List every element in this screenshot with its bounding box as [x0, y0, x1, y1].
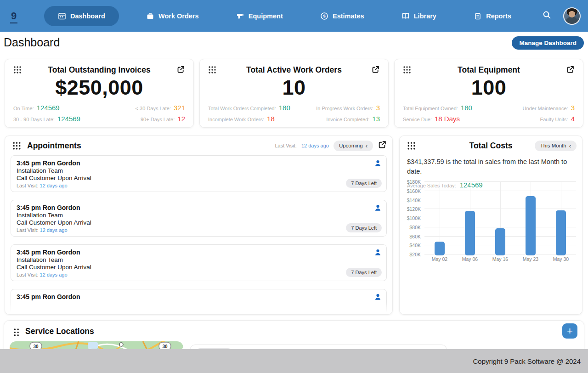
total-costs-panel: Total Costs This Month‹ $341,337.59 is t…: [399, 136, 582, 315]
last-visit-label: Last Visit:: [275, 143, 297, 148]
briefcase-icon: [146, 12, 154, 20]
stat-value: 18 Days: [435, 115, 460, 123]
appointments-title: Appointments: [27, 141, 81, 151]
card-title: Total Active Work Orders: [208, 65, 380, 75]
tab-equipment[interactable]: Equipment: [226, 6, 293, 26]
card-title: Total Equipment: [403, 65, 575, 75]
tab-work-orders[interactable]: Work Orders: [136, 6, 209, 26]
card-value: 100: [403, 76, 575, 99]
y-tick-label: $80K: [409, 225, 421, 230]
external-link-icon[interactable]: [566, 65, 575, 76]
bar-may-02: [435, 242, 445, 255]
page-title: Dashboard: [4, 36, 60, 49]
stat-label: 30 - 90 Days Late:: [13, 117, 55, 122]
stat-label: Under Maintenance:: [523, 106, 568, 111]
y-tick-label: $160K: [407, 188, 421, 194]
bar-may-06: [465, 211, 475, 255]
total-costs-bar-chart: $20K$40K$60K$80K$100K$120K$140K$160K$180…: [403, 182, 578, 267]
drag-handle-icon[interactable]: [403, 66, 411, 76]
stat-value: 180: [279, 104, 290, 112]
appointment-item[interactable]: 3:45 pm Ron Gordon Installation Team Cal…: [11, 200, 387, 237]
person-icon[interactable]: [374, 293, 382, 303]
search-icon[interactable]: [543, 11, 551, 21]
chevron-left-icon: ‹: [366, 143, 368, 149]
tab-reports[interactable]: Reports: [464, 6, 521, 26]
appointment-team: Installation Team: [17, 167, 381, 174]
copyright-text: Copyright 9 Pack Software @ 2024: [473, 357, 581, 365]
x-tick-label: May 02: [424, 256, 455, 262]
total-costs-description: $341,337.59 is the total in sales from t…: [400, 155, 582, 176]
chevron-left-icon: ‹: [569, 143, 571, 149]
stat-label: < 30 Days Late:: [136, 106, 171, 111]
appointment-note: Call Customer Upon Arrival: [17, 175, 381, 181]
calendar-icon: [58, 12, 66, 20]
external-link-icon[interactable]: [176, 65, 185, 76]
stat-value: 3: [376, 104, 380, 112]
nav-tabs: Dashboard Work Orders Equipment $ Estima…: [44, 6, 543, 26]
stat-label: Total Work Orders Completed:: [208, 106, 276, 111]
stat-value: 4: [571, 115, 575, 123]
external-link-icon[interactable]: [378, 140, 387, 151]
dollar-circle-icon: $: [320, 12, 328, 20]
bar-may-23: [526, 196, 536, 255]
appointment-time-customer: 3:45 pm Ron Gordon: [17, 159, 381, 167]
y-tick-label: $60K: [409, 234, 421, 239]
last-visit-label: Last Visit:: [17, 227, 39, 233]
drag-handle-icon[interactable]: [12, 141, 21, 152]
y-tick-label: $40K: [409, 243, 421, 248]
open-book-icon: [401, 12, 410, 20]
user-avatar[interactable]: [563, 7, 581, 25]
svg-text:30: 30: [162, 344, 168, 349]
last-visit-value[interactable]: 12 days ago: [40, 183, 68, 188]
stat-value: 124569: [37, 104, 60, 112]
stat-label: 90+ Days Late:: [141, 117, 175, 122]
this-month-filter[interactable]: This Month‹: [535, 141, 577, 151]
stat-cards-row: Total Outstanding Invoices $250,000 On T…: [5, 59, 583, 128]
tab-estimates[interactable]: $ Estimates: [310, 6, 374, 26]
tab-library[interactable]: Library: [391, 6, 447, 26]
stat-label: Service Due:: [403, 117, 432, 122]
appointment-note: Call Customer Upon Arrival: [17, 219, 381, 226]
top-nav: 9 Dashboard Work Orders Equipment $ Esti…: [0, 0, 588, 32]
stat-value: 12: [177, 115, 185, 123]
drag-handle-icon[interactable]: [13, 66, 22, 76]
stat-label: On Time:: [13, 106, 34, 111]
appointment-item[interactable]: 3:45 pm Ron Gordon: [11, 289, 387, 315]
appointment-item[interactable]: 3:45 pm Ron Gordon Installation Team Cal…: [11, 155, 387, 192]
days-left-badge: 7 Days Left: [346, 268, 382, 277]
manage-dashboard-button[interactable]: Manage Dashboard: [512, 36, 584, 50]
person-icon[interactable]: [374, 159, 382, 169]
last-visit-value[interactable]: 12 days ago: [40, 227, 68, 233]
appointment-team: Installation Team: [17, 256, 381, 263]
person-icon[interactable]: [374, 204, 382, 214]
stat-value: 13: [372, 115, 380, 123]
chart-column: [485, 182, 515, 254]
card-total-equipment: Total Equipment 100 Total Equipment Owne…: [394, 59, 583, 128]
drag-handle-icon[interactable]: [13, 328, 20, 339]
last-visit-value[interactable]: 12 days ago: [301, 143, 329, 148]
add-location-button[interactable]: +: [562, 323, 577, 339]
stat-label: Total Equipment Owned:: [403, 106, 458, 111]
stat-value: 180: [461, 104, 472, 112]
stat-label: In Progress Work Orders:: [316, 106, 373, 111]
last-visit-value[interactable]: 12 days ago: [40, 272, 68, 277]
person-icon[interactable]: [374, 249, 382, 258]
x-tick-label: May 16: [485, 256, 515, 262]
chart-y-axis: $20K$40K$60K$80K$100K$120K$140K$160K$180…: [403, 182, 423, 254]
x-tick-label: May 30: [546, 256, 576, 262]
drill-icon: [236, 12, 244, 20]
appointment-item[interactable]: 3:45 pm Ron Gordon Installation Team Cal…: [11, 244, 387, 281]
drag-handle-icon[interactable]: [208, 66, 216, 76]
appointments-panel: Appointments Last Visit: 12 days ago Upc…: [5, 136, 393, 315]
app-logo[interactable]: 9: [0, 10, 44, 22]
tab-dashboard[interactable]: Dashboard: [44, 6, 119, 26]
external-link-icon[interactable]: [371, 65, 380, 76]
upcoming-filter[interactable]: Upcoming‹: [334, 141, 373, 151]
svg-text:$: $: [323, 13, 326, 18]
y-tick-label: $100K: [407, 215, 421, 221]
stat-value: 3: [571, 104, 575, 112]
chart-column: [546, 182, 576, 254]
stat-label: Invoice Completed:: [326, 117, 369, 122]
x-tick-label: May 23: [515, 256, 546, 262]
y-tick-label: $180K: [407, 179, 421, 185]
